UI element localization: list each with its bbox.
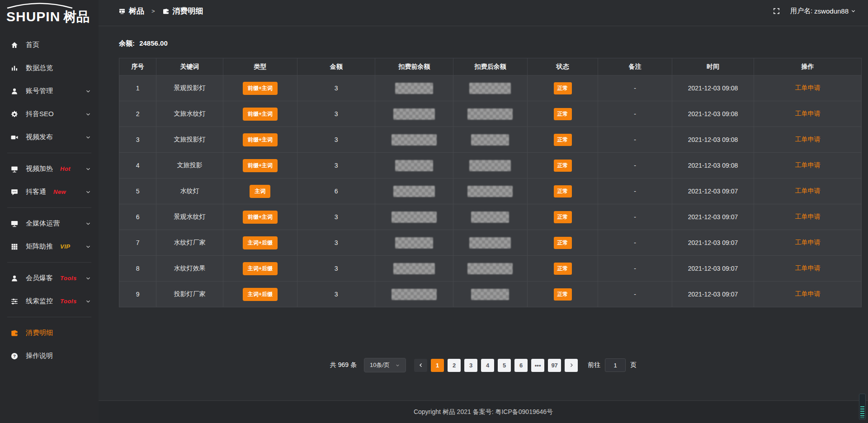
user-icon — [10, 87, 19, 96]
type-badge: 前缀+主词 — [243, 211, 278, 224]
work-order-link[interactable]: 工单申请 — [795, 213, 820, 220]
page-button-3[interactable]: 3 — [464, 359, 477, 372]
page-button-5[interactable]: 5 — [498, 359, 511, 372]
column-header: 操作 — [754, 58, 861, 75]
sidebar-item-label: 视频加热 — [26, 164, 53, 173]
censored-block — [471, 134, 509, 146]
sidebar-item-media-ops[interactable]: 全媒体运营 — [0, 212, 99, 235]
goto-page-input[interactable] — [605, 358, 626, 372]
work-order-link[interactable]: 工单申请 — [795, 187, 820, 194]
cell-remark: - — [598, 230, 672, 256]
chevron-right-icon — [569, 362, 574, 368]
cell-balance-before — [375, 101, 453, 127]
status-badge: 正常 — [554, 134, 572, 146]
cell-action: 工单申请 — [754, 153, 861, 179]
breadcrumb-separator: > — [151, 8, 155, 14]
sidebar-item-account-mgmt[interactable]: 账号管理 — [0, 80, 99, 103]
cell-amount: 6 — [297, 179, 375, 204]
sidebar-item-douyin-seo[interactable]: 抖音SEO — [0, 103, 99, 126]
status-badge: 正常 — [554, 160, 572, 172]
cell-action: 工单申请 — [754, 75, 861, 101]
cell-remark: - — [598, 75, 672, 101]
table-row: 1景观投影灯前缀+主词3正常-2021-12-03 09:08工单申请 — [119, 75, 862, 101]
logo-text-en: SHUPIN — [6, 9, 60, 24]
user-icon — [10, 274, 19, 283]
page-button-6[interactable]: 6 — [514, 359, 528, 372]
sidebar-item-video-heat[interactable]: 视频加热Hot — [0, 157, 99, 180]
work-order-link[interactable]: 工单申请 — [795, 161, 820, 169]
cell-index: 7 — [119, 230, 156, 256]
cell-remark: - — [598, 153, 672, 179]
cell-status: 正常 — [528, 127, 598, 153]
sidebar-item-help[interactable]: ?操作说明 — [0, 344, 99, 367]
cell-action: 工单申请 — [754, 282, 861, 307]
breadcrumb-item-1[interactable]: 消费明细 — [162, 6, 203, 16]
cell-remark: - — [598, 256, 672, 282]
breadcrumb-item-0[interactable]: 树品 — [118, 6, 144, 16]
pagination-total: 共 969 条 — [330, 361, 357, 369]
page-size-select[interactable]: 10条/页 — [364, 358, 406, 372]
user-dropdown[interactable]: 用户名: zswodun88 — [790, 7, 856, 15]
cell-keyword: 景观投影灯 — [156, 75, 223, 101]
work-order-link[interactable]: 工单申请 — [795, 239, 820, 246]
cell-action: 工单申请 — [754, 101, 861, 127]
cell-time: 2021-12-03 09:07 — [672, 204, 754, 230]
sidebar-item-matrix-boost[interactable]: 矩阵助推VIP — [0, 235, 99, 258]
sidebar-item-member-boom[interactable]: 会员爆客Tools — [0, 267, 99, 290]
next-page-button[interactable] — [565, 359, 578, 372]
cell-time: 2021-12-03 09:08 — [672, 75, 754, 101]
sidebar-item-label: 首页 — [26, 41, 39, 49]
ellipsis-page-button[interactable]: ••• — [531, 359, 544, 372]
cell-type: 主词+后缀 — [223, 282, 297, 307]
sidebar-item-video-publish[interactable]: 视频发布 — [0, 126, 99, 149]
prev-page-button[interactable] — [414, 359, 427, 372]
sidebar-item-label: 数据总览 — [26, 64, 53, 72]
chevron-down-icon — [850, 8, 856, 14]
censored-block — [393, 108, 435, 120]
balance-value: 24856.00 — [139, 39, 168, 47]
sidebar-item-clue-monitor[interactable]: 线索监控Tools — [0, 290, 99, 313]
corner-widget[interactable] — [859, 394, 866, 420]
monitor-icon — [10, 219, 19, 228]
work-order-link[interactable]: 工单申请 — [795, 84, 820, 91]
type-badge: 主词+后缀 — [243, 262, 278, 275]
cell-index: 3 — [119, 127, 156, 153]
cell-balance-after — [453, 153, 527, 179]
table-row: 6景观水纹灯前缀+主词3正常-2021-12-03 09:07工单申请 — [119, 204, 862, 230]
cell-time: 2021-12-03 09:07 — [672, 256, 754, 282]
work-order-link[interactable]: 工单申请 — [795, 264, 820, 272]
work-order-link[interactable]: 工单申请 — [795, 136, 820, 143]
work-order-link[interactable]: 工单申请 — [795, 290, 820, 297]
cell-amount: 3 — [297, 153, 375, 179]
sidebar-item-consumption[interactable]: 消费明细 — [0, 321, 99, 344]
goto-unit: 页 — [630, 361, 637, 369]
censored-block — [471, 289, 509, 300]
sidebar-divider — [7, 207, 91, 208]
status-badge: 正常 — [554, 82, 572, 94]
censored-block — [395, 160, 433, 171]
page-button-2[interactable]: 2 — [448, 359, 461, 372]
dashboard-icon — [118, 8, 126, 15]
work-order-link[interactable]: 工单申请 — [795, 110, 820, 117]
sidebar-item-data-overview[interactable]: 数据总览 — [0, 56, 99, 80]
cell-balance-after — [453, 75, 527, 101]
status-badge: 正常 — [554, 237, 572, 249]
cell-keyword: 文旅投影 — [156, 153, 223, 179]
video-icon — [10, 133, 19, 142]
sidebar-item-douketong[interactable]: 抖客通New — [0, 180, 99, 203]
status-badge: 正常 — [554, 211, 572, 223]
cell-amount: 3 — [297, 127, 375, 153]
type-badge: 前缀+主词 — [243, 159, 278, 172]
fullscreen-icon[interactable] — [773, 7, 780, 15]
table-row: 7水纹灯厂家主词+后缀3正常-2021-12-03 09:07工单申请 — [119, 230, 862, 256]
page-button-97[interactable]: 97 — [548, 359, 561, 372]
cell-type: 前缀+主词 — [223, 153, 297, 179]
censored-block — [471, 212, 509, 223]
balance: 余额: 24856.00 — [99, 27, 868, 58]
sidebar-item-tag: Tools — [60, 298, 77, 305]
sidebar-item-home[interactable]: 首页 — [0, 33, 99, 56]
page-button-1[interactable]: 1 — [431, 359, 444, 372]
censored-block — [392, 212, 437, 223]
page-button-4[interactable]: 4 — [481, 359, 494, 372]
sidebar-item-label: 消费明细 — [26, 329, 53, 337]
